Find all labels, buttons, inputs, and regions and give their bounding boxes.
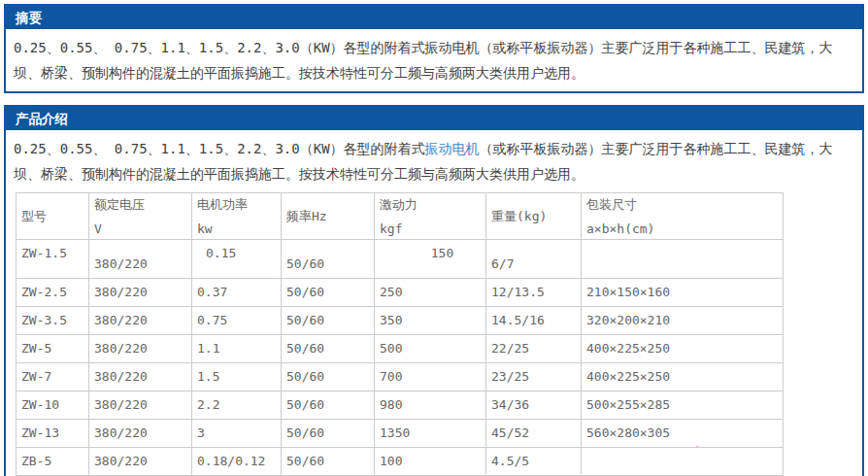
cell-weight: 23/25 [486,363,582,391]
col-header-model: 型号 [17,193,89,240]
cell-frequency: 50/60 [282,420,375,448]
cell-frequency: 50/60 [282,448,375,476]
summary-section: 摘要 0.25、0.55、 0.75、1.1、1.5、2.2、3.0（KW）各型… [4,4,864,93]
table-row: ZB-5 380/220 0.18/0.12 50/60 100 4.5/5 [17,448,784,476]
col-header-packing: 包装尺寸a×b×h(cm) [582,193,784,240]
table-row: ZW-7 380/220 1.5 50/60 700 23/25 400×225… [17,363,784,391]
product-intro-section-title: 产品介绍 [6,107,862,130]
spec-table: 型号 额定电压V 电机功率kw 频率Hz 激动力kgf 重量(kg) 包装尺寸a… [16,192,784,476]
cell-voltage: 380/220 [89,335,192,363]
cell-power: 0.18/0.12 [192,448,282,476]
cell-weight: 45/52 [486,420,582,448]
cell-voltage: 380/220 [89,307,192,335]
stray-pink-dot [696,446,698,448]
cell-frequency: 50/60 [282,279,375,307]
cell-packing [582,448,784,476]
cell-model: ZW-3.5 [17,307,89,335]
cell-weight: 6/7 [486,240,582,279]
cell-frequency: 50/60 [282,391,375,420]
cell-model: ZW-10 [17,391,89,420]
cell-force: 980 [375,391,486,420]
cell-power: 1.1 [192,335,282,363]
product-intro-paragraph: 0.25、0.55、 0.75、1.1、1.5、2.2、3.0（KW）各型的附着… [14,136,852,187]
cell-frequency: 50/60 [282,335,375,363]
vibration-motor-link[interactable]: 振动电机 [425,141,480,156]
cell-power: 3 [192,420,282,448]
cell-weight: 22/25 [486,335,582,363]
cell-voltage: 380/220 [89,279,192,307]
table-row: ZW-10 380/220 2.2 50/60 980 34/36 500×25… [17,391,784,420]
col-header-power: 电机功率kw [192,193,282,240]
col-header-weight: 重量(kg) [486,193,582,240]
cell-force: 1350 [375,420,486,448]
cell-packing: 400×225×250 [582,363,784,391]
cell-packing: 500×255×285 [582,391,784,420]
cell-voltage: 380/220 [89,363,192,391]
table-row: ZW-5 380/220 1.1 50/60 500 22/25 400×225… [17,335,784,363]
cell-voltage: 380/220 [89,420,192,448]
summary-text: 0.25、0.55、 0.75、1.1、1.5、2.2、3.0（KW）各型的附着… [6,29,862,91]
cell-packing: 210×150×160 [582,279,784,307]
cell-force: 500 [375,335,486,363]
cell-model: ZW-1.5 [17,240,89,279]
cell-power: 0.15 [192,240,282,279]
cell-voltage: 380/220 [89,391,192,420]
cell-force: 250 [375,279,486,307]
cell-voltage: 380/220 [89,448,192,476]
cell-packing: 560×280×305 [582,420,784,448]
cell-weight: 34/36 [486,391,582,420]
cell-packing: 320×200×210 [582,307,784,335]
cell-model: ZW-2.5 [17,279,89,307]
cell-weight: 14.5/16 [486,307,582,335]
cell-voltage: 380/220 [89,240,192,279]
cell-weight: 12/13.5 [486,279,582,307]
cell-force: 350 [375,307,486,335]
cell-frequency: 50/60 [282,307,375,335]
summary-section-title: 摘要 [6,6,862,29]
col-header-frequency: 频率Hz [282,193,375,240]
cell-force: 100 [375,448,486,476]
cell-model: ZB-5 [17,448,89,476]
cell-weight: 4.5/5 [486,448,582,476]
cell-packing: 400×225×250 [582,335,784,363]
cell-power: 2.2 [192,391,282,420]
table-row: ZW-1.5 380/220 0.15 50/60 150 6/7 [17,240,784,279]
col-header-voltage: 额定电压V [89,193,192,240]
table-row: ZW-3.5 380/220 0.75 50/60 350 14.5/16 32… [17,307,784,335]
cell-frequency: 50/60 [282,363,375,391]
table-row: ZW-2.5 380/220 0.37 50/60 250 12/13.5 21… [17,279,784,307]
cell-model: ZW-7 [17,363,89,391]
cell-model: ZW-13 [17,420,89,448]
cell-power: 0.37 [192,279,282,307]
col-header-force: 激动力kgf [375,193,486,240]
cell-model: ZW-5 [17,335,89,363]
product-intro-body: 0.25、0.55、 0.75、1.1、1.5、2.2、3.0（KW）各型的附着… [6,130,862,476]
table-row: ZW-13 380/220 3 50/60 1350 45/52 560×280… [17,420,784,448]
product-intro-section: 产品介绍 0.25、0.55、 0.75、1.1、1.5、2.2、3.0（KW）… [4,105,864,476]
cell-frequency: 50/60 [282,240,375,279]
cell-power: 0.75 [192,307,282,335]
intro-text-before: 0.25、0.55、 0.75、1.1、1.5、2.2、3.0（KW）各型的附着… [14,141,425,156]
table-header-row: 型号 额定电压V 电机功率kw 频率Hz 激动力kgf 重量(kg) 包装尺寸a… [17,193,784,240]
cell-power: 1.5 [192,363,282,391]
cell-packing [582,240,784,279]
cell-force: 700 [375,363,486,391]
cell-force: 150 [375,240,486,279]
